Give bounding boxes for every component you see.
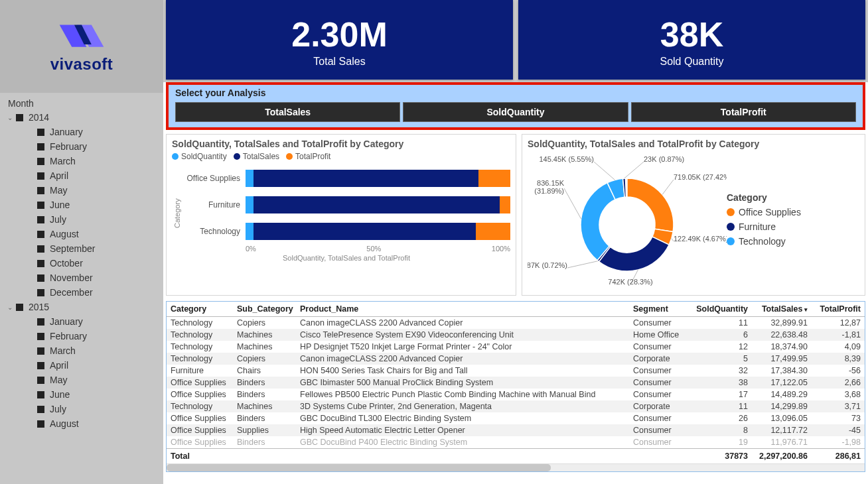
month-slicer[interactable]: Month ⌄2014JanuaryFebruaryMarchAprilMayJ… [0,93,163,484]
slicer-month[interactable]: July [5,212,161,227]
svg-line-11 [594,162,615,180]
slicer-month[interactable]: November [5,271,161,285]
table-row[interactable]: TechnologyMachinesHP Designjet T520 Inkj… [167,341,865,353]
slicer-month[interactable]: August [5,416,161,431]
donut-chart[interactable]: 719.05K (27.42%)122.49K (4.67%)742K (28.… [528,152,727,291]
col-segment[interactable]: Segment [629,302,692,317]
svg-text:18.87K (0.72%): 18.87K (0.72%) [528,261,567,269]
slicer-month[interactable]: February [5,139,161,154]
donut-chart-card: SoldQuantity, TotalSales and TotalProfit… [522,134,865,296]
table-row[interactable]: FurnitureChairsHON 5400 Series Task Chai… [167,365,865,377]
slicer-month[interactable]: February [5,329,161,343]
sort-desc-icon: ▾ [802,306,808,313]
svg-line-6 [567,261,598,268]
chevron-down-icon: ⌄ [5,114,15,121]
slicer-month[interactable]: October [5,256,161,271]
slicer-month[interactable]: June [5,387,161,402]
bar-row[interactable]: Furniture [182,192,510,218]
slicer-month[interactable]: August [5,227,161,241]
slicer-year[interactable]: ⌄2014 [5,110,161,125]
slicer-month[interactable]: May [5,373,161,387]
bar-row[interactable]: Office Supplies [182,165,510,192]
col-totalsales[interactable]: TotalSales ▾ [752,302,812,317]
col-product_name[interactable]: Product_Name [296,302,629,317]
table-row[interactable]: TechnologyMachines3D Systems Cube Printe… [167,400,865,412]
slicer-month[interactable]: January [5,125,161,139]
svg-text:742K (28.3%): 742K (28.3%) [608,278,652,286]
tab-total-profit[interactable]: TotalProfit [631,102,856,122]
analysis-title: Select your Analysis [175,88,856,98]
slicer-month[interactable]: January [5,314,161,329]
horizontal-scrollbar[interactable] [167,463,865,471]
table-row[interactable]: Office SuppliesSuppliesHigh Speed Automa… [167,424,865,436]
slicer-title: Month [5,98,161,109]
legend-item[interactable]: Technology [727,236,801,247]
table-row[interactable]: TechnologyMachinesCisco TelePresence Sys… [167,329,865,341]
slicer-month[interactable]: June [5,198,161,212]
slicer-month[interactable]: September [5,241,161,256]
table-row[interactable]: Office SuppliesBindersGBC DocuBind P400 … [167,436,865,449]
kpi-sold-quantity: 38K Sold Quantity [518,0,865,80]
svg-line-13 [624,162,644,178]
brand-logo: vivasoft [0,0,163,93]
tab-total-sales[interactable]: TotalSales [175,102,400,122]
slicer-month[interactable]: April [5,168,161,183]
data-table[interactable]: CategorySub_CategoryProduct_NameSegmentS… [166,301,865,472]
logo-icon [57,19,106,55]
table-row[interactable]: TechnologyCopiersCanon imageCLASS 2200 A… [167,353,865,365]
table-row[interactable]: TechnologyCopiersCanon imageCLASS 2200 A… [167,317,865,330]
legend-item[interactable]: Furniture [727,221,801,232]
table-row[interactable]: Office SuppliesBindersGBC Ibimaster 500 … [167,377,865,389]
col-totalprofit[interactable]: TotalProfit [812,302,865,317]
svg-line-0 [662,180,674,194]
kpi-total-sales: 2.30M Total Sales [166,0,513,80]
svg-text:122.49K (4.67%): 122.49K (4.67%) [674,235,727,243]
table-row[interactable]: Office SuppliesBindersGBC DocuBind TL300… [167,412,865,424]
svg-text:836.15K: 836.15K [537,179,565,187]
bar-row[interactable]: Technology [182,218,510,245]
analysis-selector: Select your Analysis TotalSales SoldQuan… [166,82,865,130]
table-row[interactable]: Office SuppliesBindersFellowes PB500 Ele… [167,389,865,400]
slicer-month[interactable]: March [5,343,161,358]
svg-text:23K (0.87%): 23K (0.87%) [644,155,684,163]
slicer-year[interactable]: ⌄2015 [5,300,161,314]
brand-name: vivasoft [50,55,113,74]
col-soldquantity[interactable]: SoldQuantity [692,302,752,317]
chevron-down-icon: ⌄ [5,304,15,311]
slicer-month[interactable]: March [5,154,161,168]
svg-text:(31.89%): (31.89%) [534,187,564,195]
slicer-month[interactable]: May [5,183,161,198]
bar-chart-legend: SoldQuantityTotalSalesTotalProfit [172,152,510,161]
svg-line-8 [564,188,581,219]
col-sub_category[interactable]: Sub_Category [233,302,296,317]
col-category[interactable]: Category [167,302,233,317]
slicer-month[interactable]: April [5,358,161,373]
bar-chart-card: SoldQuantity, TotalSales and TotalProfit… [166,134,516,296]
legend-item[interactable]: Office Supplies [727,207,801,217]
svg-text:719.05K (27.42%): 719.05K (27.42%) [674,173,727,181]
slicer-month[interactable]: December [5,285,161,300]
svg-text:145.45K (5.55%): 145.45K (5.55%) [539,155,594,163]
tab-sold-quantity[interactable]: SoldQuantity [403,102,628,122]
slicer-month[interactable]: July [5,402,161,416]
